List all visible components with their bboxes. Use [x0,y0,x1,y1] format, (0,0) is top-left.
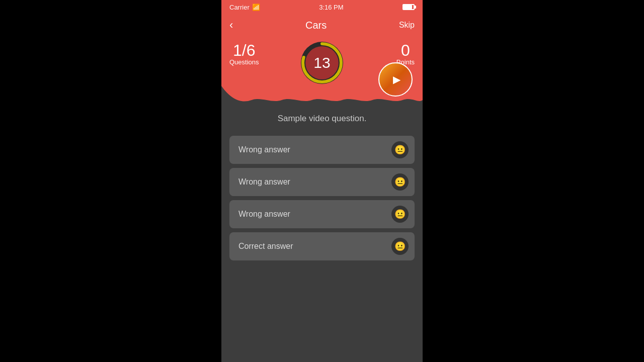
answer-button-2[interactable]: Wrong answer😐 [229,168,415,196]
video-thumbnail[interactable]: ▶ [378,62,413,97]
questions-block: 1/6 Questions [229,42,259,66]
carrier-label: Carrier [229,4,250,11]
timer-number: 13 [313,54,330,71]
answer-face-icon-2: 😐 [391,173,409,191]
wifi-icon: 📶 [252,4,260,11]
questions-count: 1/6 [229,42,259,58]
answers-list: Wrong answer😐Wrong answer😐Wrong answer😐C… [229,136,415,354]
answer-text-1: Wrong answer [238,145,290,154]
answer-text-4: Correct answer [238,242,293,251]
answer-button-1[interactable]: Wrong answer😐 [229,136,415,164]
time-label: 3:16 PM [319,4,343,11]
battery-fill [404,5,412,9]
main-content: Sample video question. Wrong answer😐Wron… [221,104,423,362]
top-section: 1/6 Questions 13 0 Points [221,36,423,86]
header: ‹ Cars Skip [221,14,423,36]
answer-text-3: Wrong answer [238,210,290,219]
questions-label: Questions [229,58,259,66]
timer-circle-container: 13 [299,40,345,85]
play-icon: ▶ [393,73,400,85]
status-right [403,4,415,10]
back-button[interactable]: ‹ [229,20,233,31]
timer-circle: 13 [299,40,345,85]
phone-screen: Carrier 📶 3:16 PM ‹ Cars Skip 1/6 Questi… [221,0,423,362]
status-bar: Carrier 📶 3:16 PM [221,0,423,14]
answer-face-icon-1: 😐 [391,141,409,158]
answer-button-3[interactable]: Wrong answer😐 [229,200,415,228]
answer-face-icon-3: 😐 [391,206,409,223]
battery-icon [403,4,415,10]
answer-face-icon-4: 😐 [391,238,409,255]
answer-text-2: Wrong answer [238,177,290,187]
status-left: Carrier 📶 [229,4,260,11]
page-title: Cars [305,20,327,31]
answer-button-4[interactable]: Correct answer😐 [229,232,415,260]
skip-button[interactable]: Skip [399,21,415,30]
question-text: Sample video question. [229,114,415,124]
points-count: 0 [396,42,415,58]
